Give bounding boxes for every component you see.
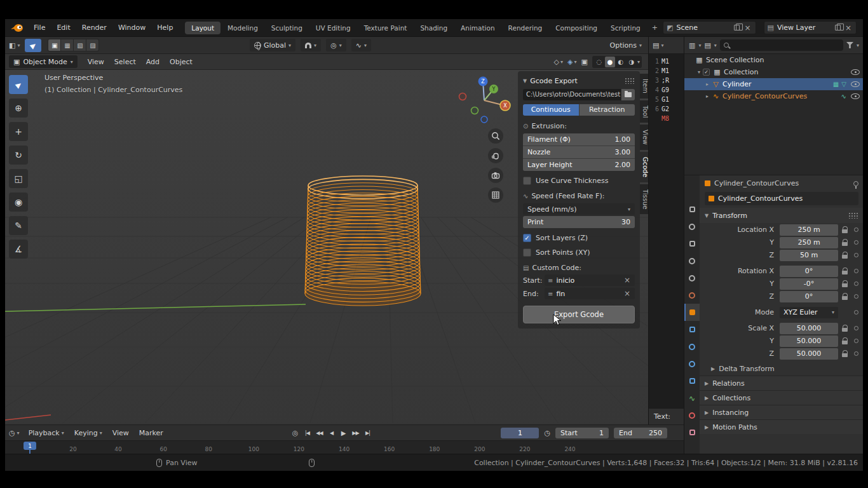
workspace-tab-uv-editing[interactable]: UV Editing: [309, 22, 357, 34]
lock-icon[interactable]: [841, 337, 850, 346]
workspace-tab-animation[interactable]: Animation: [454, 22, 501, 34]
playhead[interactable]: 1: [24, 442, 36, 450]
outliner-row-scene-collection[interactable]: ▦Scene Collection: [684, 54, 863, 66]
workspace-tab-shading[interactable]: Shading: [414, 22, 454, 34]
animate-dot[interactable]: [852, 240, 860, 245]
browse-folder-button[interactable]: [621, 89, 635, 100]
animate-dot[interactable]: [852, 281, 860, 286]
timeline-menu-keying[interactable]: Keying▾: [69, 425, 107, 441]
timeline-ruler[interactable]: 1 20406080100120140160180200220240: [5, 440, 684, 454]
properties-tab-object[interactable]: [684, 304, 700, 321]
filter-icon[interactable]: [846, 42, 853, 48]
export-path-field[interactable]: C:\Users\otro\Documents\test: [523, 89, 621, 100]
collapse-arrow-icon[interactable]: ▼: [523, 78, 527, 84]
object-name-field[interactable]: Cylinder_ContourCurves: [705, 192, 858, 205]
disclosure-arrow-icon[interactable]: ▾: [695, 69, 703, 75]
filament-field[interactable]: Filament (Φ)1.00: [523, 133, 635, 146]
pin-icon[interactable]: [853, 181, 858, 186]
layer-height-field[interactable]: Layer Height2.00: [523, 159, 635, 171]
transform-value-field[interactable]: 250 m: [780, 237, 838, 248]
properties-tab-modifiers[interactable]: [684, 321, 700, 338]
outliner-row-cylinder[interactable]: ▸▽Cylinder▦▽: [684, 78, 863, 90]
continuous-button[interactable]: Continuous: [523, 104, 579, 116]
speed-mode-dropdown[interactable]: Speed (mm/s)▾: [523, 203, 635, 215]
sort-layers-checkbox[interactable]: [523, 234, 531, 242]
clear-start-button[interactable]: ×: [623, 276, 632, 284]
current-frame-field[interactable]: 1: [501, 428, 539, 438]
editor-type-dropdown[interactable]: ◧▾: [5, 41, 24, 50]
camera-view-button[interactable]: [488, 168, 503, 183]
sidebar-tab-tool[interactable]: Tool: [640, 100, 648, 123]
disclosure-arrow-icon[interactable]: ▸: [703, 81, 711, 87]
shading-rendered-button[interactable]: ◑: [627, 57, 637, 67]
menu-window[interactable]: Window: [112, 24, 151, 32]
new-view-layer-button[interactable]: [835, 25, 841, 30]
retraction-button[interactable]: Retraction: [580, 104, 635, 116]
end-frame-field[interactable]: End250: [614, 428, 667, 438]
scene-selector[interactable]: ◩ Scene ×: [663, 21, 756, 34]
interaction-mode-dropdown[interactable]: ▣Object Mode▾: [9, 55, 78, 68]
xray-toggle[interactable]: ▣: [581, 58, 588, 66]
axis-y-negative-ball[interactable]: [471, 107, 478, 114]
overlays-dropdown[interactable]: ◈▾: [567, 58, 576, 66]
view-layer-selector[interactable]: ▤ View Layer ×: [764, 21, 857, 34]
animate-dot[interactable]: [852, 227, 860, 232]
navigation-gizmo[interactable]: Z Y X: [454, 71, 515, 127]
gcode-text-lines[interactable]: 1M12M13;R4G95G16G2M8: [649, 54, 684, 126]
start-frame-field[interactable]: Start1: [555, 428, 609, 438]
end-code-field[interactable]: ≡fin×: [545, 288, 635, 299]
transform-value-field[interactable]: 50.000: [780, 336, 838, 347]
viewport-menu-view[interactable]: View: [83, 54, 109, 70]
select-mode-invert-button[interactable]: ▨: [86, 39, 98, 51]
properties-tab-render[interactable]: [684, 218, 700, 235]
transform-value-field[interactable]: 250 m: [780, 224, 838, 236]
annotate-tool-button[interactable]: ✎: [9, 216, 28, 235]
properties-tab-texture[interactable]: [684, 424, 700, 441]
transform-value-field[interactable]: 0°: [780, 291, 838, 302]
sidebar-tab-item[interactable]: Item: [640, 74, 648, 98]
pan-button[interactable]: [488, 148, 503, 163]
properties-tab-output[interactable]: [684, 235, 700, 252]
panel-grip-icon[interactable]: [625, 78, 635, 84]
section-collections[interactable]: ▶Collections: [700, 390, 863, 405]
lock-icon[interactable]: [841, 324, 850, 333]
proportional-edit-dropdown[interactable]: ◎▾: [326, 39, 346, 51]
lock-icon[interactable]: [841, 280, 850, 288]
snapping-dropdown[interactable]: ▾: [301, 39, 321, 51]
workspace-tab-scripting[interactable]: Scripting: [604, 22, 647, 34]
workspace-tab-layout[interactable]: Layout: [185, 22, 220, 34]
menu-help[interactable]: Help: [151, 24, 179, 32]
clear-end-button[interactable]: ×: [623, 290, 632, 297]
rotation-mode-dropdown[interactable]: XYZ Euler▾: [780, 307, 838, 318]
falloff-dropdown[interactable]: ∿▾: [351, 39, 371, 51]
new-scene-button[interactable]: [734, 25, 740, 30]
visibility-eye-icon[interactable]: [851, 81, 860, 87]
zoom-button[interactable]: [488, 128, 503, 144]
prev-frame-button[interactable]: ◀: [326, 428, 337, 438]
scale-tool-button[interactable]: ◱: [9, 169, 28, 188]
menu-render[interactable]: Render: [76, 24, 112, 32]
menu-edit[interactable]: Edit: [51, 24, 76, 32]
prev-keyframe-button[interactable]: ◀◀: [314, 428, 325, 438]
viewport-menu-object[interactable]: Object: [165, 54, 198, 70]
transform-value-field[interactable]: 0°: [780, 266, 838, 277]
animate-dot[interactable]: [852, 310, 860, 315]
visibility-eye-icon[interactable]: [851, 93, 860, 99]
transform-value-field[interactable]: 50.000: [780, 348, 838, 360]
export-gcode-button[interactable]: Export Gcode: [523, 306, 635, 323]
add-workspace-button[interactable]: +: [648, 22, 662, 33]
outliner-search-input[interactable]: [720, 39, 843, 51]
workspace-tab-modeling[interactable]: Modeling: [221, 22, 264, 34]
collection-checkbox[interactable]: ✓: [703, 69, 710, 76]
properties-tab-constraints[interactable]: [684, 372, 700, 390]
properties-tab-view-layer[interactable]: [684, 252, 700, 269]
timeline-menu-view[interactable]: View: [107, 425, 134, 441]
display-mode-icon[interactable]: ▤: [704, 41, 710, 50]
orientation-dropdown[interactable]: Global▾: [250, 39, 295, 51]
options-dropdown[interactable]: Options▾: [604, 41, 648, 50]
active-tool-button[interactable]: ▶: [25, 39, 41, 52]
gizmos-dropdown[interactable]: ◇▾: [554, 58, 563, 66]
timeline-menu-marker[interactable]: Marker: [134, 425, 168, 441]
sidebar-tab-view[interactable]: View: [640, 125, 648, 150]
properties-tab-particles[interactable]: [684, 338, 700, 355]
